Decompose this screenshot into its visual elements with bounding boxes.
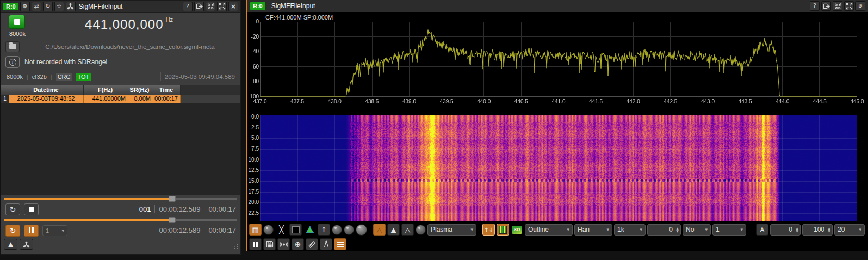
spectrum-plot[interactable] [260, 22, 857, 97]
axis-tick-label: 7.5 [246, 146, 259, 152]
axis-tick-label: 22.5 [246, 210, 259, 216]
avg-trace-button[interactable]: △ [401, 224, 414, 236]
fft-offset-spinbox[interactable]: 0▲▼ [647, 224, 681, 236]
spectrum-panel-titlebar[interactable]: R:0 SigMFFileInput ? ⌀ [247, 0, 868, 12]
ref-level-spinbox[interactable]: 0▲▼ [770, 224, 801, 236]
3d-icon: 3D [512, 226, 522, 234]
3d-spectrogram-button[interactable]: 3D [511, 224, 523, 236]
freeze-button[interactable] [249, 238, 262, 250]
style-select[interactable]: Outline▾ [525, 224, 573, 236]
change-device-button[interactable]: ⇄ [32, 2, 41, 11]
show-spectrum-button[interactable]: ▲ [4, 239, 17, 250]
close-button[interactable]: × [228, 2, 238, 11]
max-trace-button[interactable]: ▲ [387, 224, 400, 236]
captures-table: Datetime F(Hz) SR(Hz) Time 1 2025-05-03T… [1, 85, 240, 195]
col-header-datetime[interactable]: Datetime [9, 85, 84, 95]
show-channels-button[interactable] [20, 239, 33, 250]
clear-spectrum-button[interactable]: ╳ [275, 224, 288, 236]
add-favorite-button[interactable]: ☆ [54, 2, 64, 11]
grid-toggle-button[interactable]: ▦ [249, 224, 262, 236]
stroke-knob[interactable] [356, 224, 367, 236]
shrink-icon [207, 3, 214, 10]
chevron-down-icon: ▾ [737, 227, 743, 232]
start-stop-button[interactable] [9, 15, 25, 29]
axis-tick-label: 439.0 [398, 98, 421, 104]
playback-speed-select[interactable]: 1▾ [42, 225, 67, 236]
triangle-filled-icon: ▲ [391, 226, 396, 234]
waterfall-plot[interactable] [260, 115, 857, 221]
branch-icon [23, 241, 30, 248]
help-button[interactable]: ? [810, 1, 820, 11]
axis-tick-label: 0.0 [246, 114, 259, 120]
col-header-time[interactable]: Time [152, 85, 181, 95]
resize-grip[interactable] [232, 243, 238, 250]
decimation-select[interactable]: 1▾ [712, 224, 746, 236]
crosshair-icon: ⊕ [295, 240, 301, 249]
open-file-button[interactable] [5, 41, 20, 52]
col-header-samplerate[interactable]: SR(Hz) [127, 85, 152, 95]
sigmf-file-input-device-panel: R:0 ⚙ ⇄ ↻ ☆ SigMFFileInput ? × 8000 [1, 0, 241, 255]
spectrum-settings-menu-button[interactable] [334, 238, 346, 250]
help-button[interactable]: ? [183, 2, 193, 11]
decay-knob[interactable] [332, 225, 342, 235]
background-color-button[interactable] [289, 224, 302, 236]
reload-device-button[interactable]: ↻ [43, 2, 53, 11]
table-row[interactable]: 1 2025-05-03T09:48:52 441.00000M 8.00M 0… [1, 95, 240, 103]
file-transport-row: ↻ 1▾ 00:00:12.589 00:00:17 [1, 223, 240, 238]
axis-tick-label: 441.0 [547, 98, 571, 104]
fft-window-select[interactable]: Han▾ [574, 224, 612, 236]
decay-divisor-knob[interactable] [344, 225, 354, 235]
loop-file-button[interactable]: ↻ [5, 225, 20, 237]
waterfall-position-button[interactable]: ↑↓ [482, 224, 495, 236]
autoscale-button[interactable]: A [756, 224, 768, 236]
stop-playback-button[interactable] [24, 203, 39, 215]
calipers-button[interactable] [320, 238, 332, 250]
max-hold-button[interactable]: ↥ [318, 224, 330, 236]
file-info-button[interactable]: i [5, 56, 20, 68]
axis-tick-label: -80 [246, 78, 259, 84]
add-channels-button[interactable] [66, 2, 76, 11]
stop-icon [14, 19, 20, 25]
slider-handle[interactable] [169, 217, 176, 223]
move-to-workspace-button[interactable] [821, 1, 831, 11]
chevron-down-icon: ▾ [603, 227, 609, 232]
save-spectrum-button[interactable] [263, 238, 276, 250]
shrink-button[interactable] [833, 1, 842, 11]
averaging-select[interactable]: No▾ [683, 224, 711, 236]
colormap-select[interactable]: Plasma▾ [427, 224, 476, 236]
current-trace-button[interactable]: △ [373, 224, 386, 236]
slider-handle[interactable] [169, 196, 176, 202]
captures-table-header: Datetime F(Hz) SR(Hz) Time [1, 85, 240, 95]
settings-button[interactable]: ⚙ [20, 2, 30, 11]
col-header-frequency[interactable]: F(Hz) [84, 85, 127, 95]
elapsed-time: 00:00:12.589 [159, 205, 200, 213]
expand-button[interactable] [217, 2, 227, 11]
move-to-workspace-button[interactable] [194, 2, 204, 11]
markers-button[interactable]: ⊕ [292, 238, 304, 250]
device-panel-titlebar[interactable]: R:0 ⚙ ⇄ ↻ ☆ SigMFFileInput ? × [1, 1, 240, 13]
axis-tick-label: 441.5 [584, 98, 608, 104]
axis-tick-label: 443.0 [696, 98, 720, 104]
range-spinbox[interactable]: 100▲▼ [802, 224, 833, 236]
trace-intensity-knob[interactable] [416, 225, 426, 235]
center-frequency-dial[interactable]: 441,000,000Hz [34, 16, 224, 32]
grid-intensity-knob[interactable] [263, 225, 274, 235]
captures-table-body[interactable] [1, 103, 240, 195]
measurements-button[interactable] [306, 238, 318, 250]
expand-button[interactable] [844, 1, 854, 11]
chevron-down-icon: ▾ [636, 227, 642, 232]
websocket-spectrum-button[interactable] [277, 238, 290, 250]
capture-transport-row: ↻ 001 00:00:12.589 00:00:17 [1, 202, 240, 216]
refresh-rate-select[interactable]: 20▾ [834, 224, 865, 236]
axis-tick-label: 442.0 [621, 98, 645, 104]
hide-panel-button[interactable]: ⌀ [855, 1, 865, 11]
histogram-toggle-button[interactable] [303, 224, 316, 236]
cell-samplerate: 8.00M [127, 95, 152, 103]
frequency-unit: Hz [166, 16, 173, 23]
capture-counter: 001 [139, 205, 151, 213]
shrink-button[interactable] [206, 2, 215, 11]
fft-size-select[interactable]: 1k▾ [614, 224, 646, 236]
pause-button[interactable] [24, 225, 39, 237]
loop-capture-button[interactable]: ↻ [5, 203, 20, 215]
waterfall-toggle-button[interactable] [497, 224, 509, 236]
